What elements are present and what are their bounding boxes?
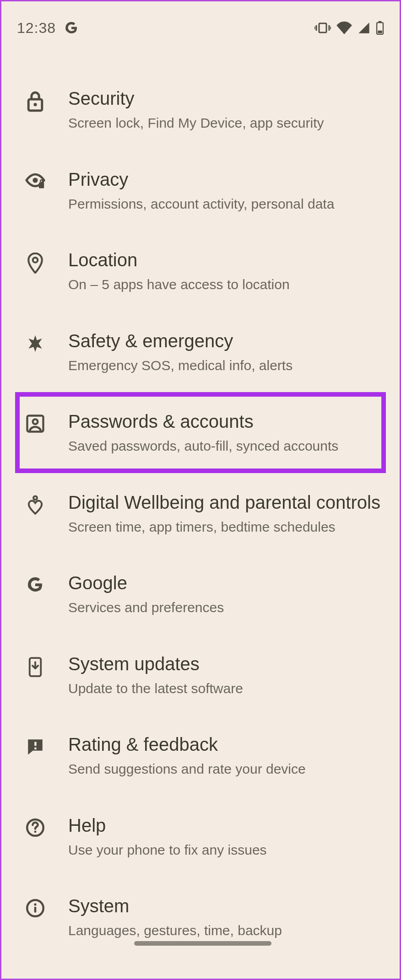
settings-item-updates[interactable]: System updatesUpdate to the latest softw…: [1, 635, 400, 716]
location-pin-icon: [24, 253, 46, 274]
settings-item-title: Privacy: [68, 167, 381, 191]
settings-item-subtitle: Languages, gestures, time, backup: [68, 921, 381, 940]
settings-item-passwords[interactable]: Passwords & accountsSaved passwords, aut…: [15, 392, 386, 473]
settings-item-rating[interactable]: Rating & feedbackSend suggestions and ra…: [1, 715, 400, 796]
settings-item-title: System: [68, 894, 381, 918]
battery-icon: [376, 21, 384, 35]
account-box-icon: [24, 414, 46, 433]
settings-item-title: Location: [68, 248, 381, 272]
settings-item-subtitle: Emergency SOS, medical info, alerts: [68, 356, 381, 375]
settings-item-title: Google: [68, 571, 381, 595]
settings-item-text: GoogleServices and preferences: [68, 571, 381, 617]
settings-item-text: LocationOn – 5 apps have access to locat…: [68, 248, 381, 294]
svg-point-22: [34, 903, 36, 905]
svg-point-10: [33, 178, 38, 183]
svg-rect-7: [378, 31, 382, 33]
settings-item-text: HelpUse your phone to fix any issues: [68, 813, 381, 860]
svg-point-9: [33, 103, 37, 106]
scroll-indicator[interactable]: [134, 941, 271, 946]
settings-item-subtitle: On – 5 apps have access to location: [68, 275, 381, 294]
svg-rect-18: [34, 748, 36, 749]
settings-item-subtitle: Permissions, account activity, personal …: [68, 195, 381, 214]
settings-item-title: Safety & emergency: [68, 329, 381, 353]
info-circle-icon: [24, 899, 46, 918]
settings-item-subtitle: Screen lock, Find My Device, app securit…: [68, 114, 381, 133]
svg-rect-11: [39, 182, 44, 188]
wellbeing-heart-icon: [24, 495, 46, 515]
settings-item-text: Rating & feedbackSend suggestions and ra…: [68, 732, 381, 779]
vibrate-icon: [314, 22, 331, 34]
svg-point-15: [33, 496, 37, 500]
settings-item-subtitle: Use your phone to fix any issues: [68, 841, 381, 860]
settings-item-title: Rating & feedback: [68, 732, 381, 756]
settings-item-text: PrivacyPermissions, account activity, pe…: [68, 167, 381, 214]
feedback-bubble-icon: [24, 737, 46, 756]
privacy-eye-icon: [24, 172, 46, 188]
cellular-signal-icon: [358, 22, 370, 34]
help-circle-icon: [24, 818, 46, 837]
google-g-icon: [24, 576, 46, 594]
settings-item-text: Digital Wellbeing and parental controlsS…: [68, 490, 381, 537]
svg-rect-6: [379, 21, 382, 22]
settings-item-title: Digital Wellbeing and parental controls: [68, 490, 381, 514]
status-bar: 12:38: [1, 1, 400, 51]
settings-item-text: System updatesUpdate to the latest softw…: [68, 652, 381, 698]
status-bar-right: [314, 21, 384, 35]
settings-item-privacy[interactable]: PrivacyPermissions, account activity, pe…: [1, 150, 400, 231]
svg-rect-23: [34, 907, 37, 913]
settings-item-subtitle: Send suggestions and rate your device: [68, 760, 381, 779]
medical-star-icon: [24, 334, 46, 354]
svg-point-20: [34, 830, 37, 833]
settings-item-text: Passwords & accountsSaved passwords, aut…: [68, 409, 377, 456]
svg-rect-0: [319, 23, 326, 32]
settings-item-subtitle: Saved passwords, auto-fill, synced accou…: [68, 437, 377, 456]
settings-item-subtitle: Screen time, app timers, bedtime schedul…: [68, 518, 381, 537]
status-bar-left: 12:38: [17, 20, 79, 37]
settings-item-title: System updates: [68, 652, 381, 676]
settings-item-title: Passwords & accounts: [68, 409, 377, 433]
settings-item-wellbeing[interactable]: Digital Wellbeing and parental controlsS…: [1, 473, 400, 554]
settings-item-text: Safety & emergencyEmergency SOS, medical…: [68, 329, 381, 375]
settings-item-title: Help: [68, 813, 381, 837]
lock-icon: [24, 91, 46, 112]
phone-download-icon: [24, 657, 46, 678]
settings-item-text: SystemLanguages, gestures, time, backup: [68, 894, 381, 940]
svg-point-14: [33, 419, 38, 424]
settings-item-location[interactable]: LocationOn – 5 apps have access to locat…: [1, 231, 400, 312]
status-time: 12:38: [17, 20, 56, 37]
svg-point-12: [33, 258, 38, 263]
settings-item-safety[interactable]: Safety & emergencyEmergency SOS, medical…: [1, 312, 400, 393]
svg-rect-17: [34, 742, 36, 746]
settings-item-subtitle: Services and preferences: [68, 598, 381, 617]
wifi-icon: [336, 22, 352, 34]
settings-item-title: Security: [68, 86, 381, 110]
settings-item-text: SecurityScreen lock, Find My Device, app…: [68, 86, 381, 133]
settings-item-google[interactable]: GoogleServices and preferences: [1, 554, 400, 635]
settings-list[interactable]: SecurityScreen lock, Find My Device, app…: [1, 51, 400, 958]
settings-item-subtitle: Update to the latest software: [68, 679, 381, 698]
google-g-status-icon: [64, 21, 79, 35]
settings-item-help[interactable]: HelpUse your phone to fix any issues: [1, 796, 400, 877]
settings-item-security[interactable]: SecurityScreen lock, Find My Device, app…: [1, 69, 400, 150]
